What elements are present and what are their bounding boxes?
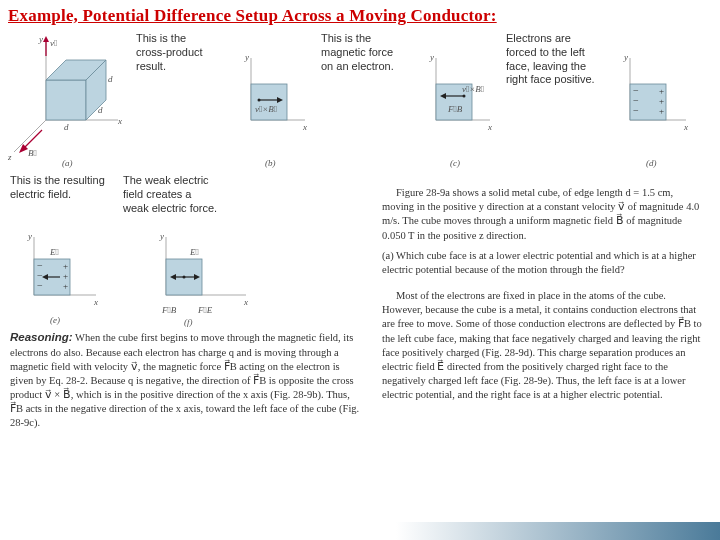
svg-text:x: x: [683, 122, 688, 132]
dim-d-front: d: [64, 122, 69, 132]
svg-text:v⃗×B⃗: v⃗×B⃗: [462, 84, 484, 94]
cross-product-icon: x y v⃗×B⃗ (b): [223, 30, 311, 170]
dim-d-side: d: [98, 105, 103, 115]
caption-e: This is the resulting electric field.: [6, 172, 111, 217]
svg-text:y: y: [244, 52, 249, 62]
caption-d: Electrons are forced to the left face, l…: [502, 30, 602, 170]
figure-e: x y − − − + + + E⃗ (e): [6, 219, 106, 329]
question-a: (a) Which cube face is at a lower electr…: [382, 249, 702, 277]
reasoning-heading: Reasoning:: [10, 331, 73, 343]
figure-a: x y z d d d v⃗ B⃗ (a): [6, 30, 126, 170]
svg-point-17: [258, 99, 261, 102]
cube-diagram-icon: x y z d d d v⃗ B⃗ (a): [6, 30, 126, 170]
b-vector-label: B⃗: [28, 148, 37, 158]
fe-label-f: F⃗E: [197, 305, 213, 315]
reasoning-text: When the cube first begins to move throu…: [10, 332, 359, 428]
discussion-paragraph: Most of the electrons are fixed in place…: [382, 289, 702, 402]
page-title: Example, Potential Difference Setup Acro…: [0, 0, 720, 28]
v-vector-label: v⃗: [50, 38, 57, 48]
svg-text:+: +: [63, 281, 68, 291]
dim-d-edge: d: [108, 74, 113, 84]
caption-f: The weak electric field creates a weak e…: [119, 172, 224, 217]
svg-text:+: +: [63, 271, 68, 281]
right-text-column: Figure 28-9a shows a solid metal cube, o…: [382, 186, 702, 404]
caption-c: This is the magnetic force on an electro…: [317, 30, 402, 170]
svg-text:(d): (d): [646, 158, 657, 168]
svg-point-26: [463, 95, 466, 98]
svg-text:(c): (c): [450, 158, 460, 168]
footer-bar: [0, 522, 720, 540]
svg-text:x: x: [487, 122, 492, 132]
vxb-label: v⃗×B⃗: [255, 104, 277, 114]
figure-row-1: x y z d d d v⃗ B⃗ (a) This is the cross-…: [0, 28, 720, 170]
svg-text:(e): (e): [50, 315, 60, 325]
magnetic-force-icon: x y v⃗×B⃗ F⃗B (c): [408, 30, 496, 170]
svg-text:E⃗: E⃗: [189, 247, 199, 257]
fb-label: F⃗B: [447, 104, 463, 114]
svg-text:x: x: [302, 122, 307, 132]
svg-text:y: y: [623, 52, 628, 62]
svg-marker-3: [46, 80, 86, 120]
svg-text:+: +: [659, 86, 664, 96]
svg-text:+: +: [63, 261, 68, 271]
svg-text:−: −: [633, 105, 639, 116]
svg-text:+: +: [659, 106, 664, 116]
svg-text:y: y: [27, 231, 32, 241]
electric-field-icon: x y − − − + + + E⃗ (e): [6, 219, 106, 329]
svg-text:+: +: [659, 96, 664, 106]
svg-text:(f): (f): [184, 317, 193, 327]
y-axis-label: y: [38, 34, 43, 44]
svg-marker-7: [43, 36, 49, 42]
x-axis-label: x: [117, 116, 122, 126]
svg-text:x: x: [93, 297, 98, 307]
e-vector-label: E⃗: [49, 247, 59, 257]
z-axis-label: z: [7, 152, 12, 162]
caption-b: This is the cross-product result.: [132, 30, 217, 170]
electric-force-icon: x y E⃗ F⃗B F⃗E (f): [136, 219, 256, 329]
svg-text:y: y: [429, 52, 434, 62]
svg-text:x: x: [243, 297, 248, 307]
fb-label-f: F⃗B: [161, 305, 177, 315]
figure-f: x y E⃗ F⃗B F⃗E (f): [136, 219, 256, 329]
reasoning-block: Reasoning: When the cube first begins to…: [10, 330, 365, 433]
svg-text:(b): (b): [265, 158, 276, 168]
figure-c: x y v⃗×B⃗ F⃗B (c): [408, 30, 496, 170]
charge-separation-icon: x y − − − + + + (d): [608, 30, 696, 170]
svg-text:−: −: [37, 280, 43, 291]
svg-rect-14: [251, 84, 287, 120]
figure-d: x y − − − + + + (d): [608, 30, 696, 170]
problem-statement: Figure 28-9a shows a solid metal cube, o…: [382, 186, 702, 243]
figure-b: x y v⃗×B⃗ (b): [223, 30, 311, 170]
figure-a-label: (a): [62, 158, 73, 168]
svg-text:y: y: [159, 231, 164, 241]
